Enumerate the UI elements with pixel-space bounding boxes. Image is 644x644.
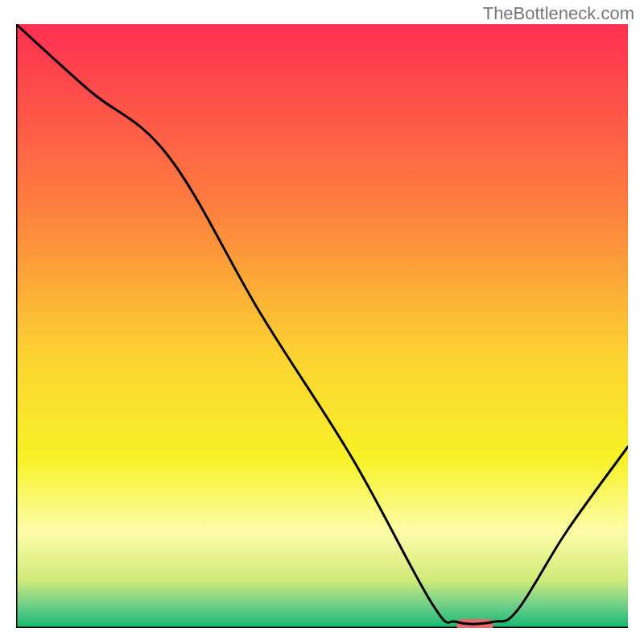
watermark-text: TheBottleneck.com [483, 3, 634, 24]
bottleneck-chart [16, 24, 628, 628]
gradient-background [16, 24, 628, 628]
chart-svg [16, 24, 628, 628]
